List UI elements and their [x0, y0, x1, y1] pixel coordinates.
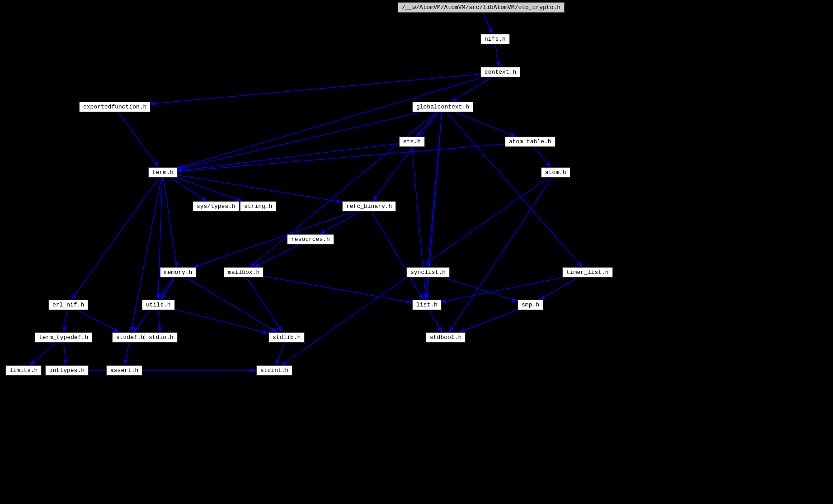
- svg-line-43: [64, 343, 66, 365]
- svg-line-19: [177, 178, 243, 201]
- node-nifs: nifs.h: [480, 34, 510, 44]
- svg-line-2: [495, 45, 499, 67]
- node-stdio: stdio.h: [145, 332, 178, 343]
- svg-line-33: [247, 278, 282, 332]
- node-mailbox: mailbox.h: [224, 267, 264, 278]
- node-otp_crypto: /__w/AtomVM/AtomVM/src/libAtomVM/otp_cry…: [398, 2, 565, 13]
- node-atom: atom.h: [541, 167, 570, 178]
- svg-line-18: [171, 178, 207, 201]
- node-exportedfunction: exportedfunction.h: [79, 102, 151, 112]
- svg-line-8: [177, 113, 419, 170]
- node-memory: memory.h: [160, 267, 196, 278]
- svg-line-28: [254, 245, 299, 267]
- node-term_typedef: term_typedef.h: [35, 332, 92, 343]
- svg-line-38: [64, 311, 67, 332]
- svg-line-25: [320, 212, 359, 234]
- svg-line-22: [72, 178, 159, 300]
- svg-line-44: [125, 343, 129, 365]
- node-inttypes: inttypes.h: [45, 365, 89, 376]
- node-smp: smp.h: [518, 300, 543, 310]
- node-resources: resources.h: [287, 234, 334, 245]
- svg-line-45: [276, 343, 284, 365]
- svg-line-4: [451, 78, 491, 102]
- svg-line-51: [118, 113, 159, 167]
- svg-line-3: [150, 74, 480, 104]
- node-globalcontext: globalcontext.h: [412, 102, 473, 112]
- svg-line-27: [372, 212, 424, 300]
- node-string: string.h: [240, 201, 276, 212]
- svg-line-21: [163, 178, 177, 267]
- svg-line-16: [177, 143, 399, 171]
- node-erl_nif: erl_nif.h: [48, 300, 88, 310]
- node-limits: limits.h: [5, 365, 42, 376]
- svg-line-35: [445, 278, 518, 301]
- node-utils: utils.h: [142, 300, 175, 310]
- svg-line-41: [174, 309, 268, 333]
- svg-line-36: [441, 278, 562, 302]
- svg-line-5: [177, 78, 482, 169]
- svg-line-20: [177, 175, 342, 202]
- node-stddef: stddef.h: [112, 332, 148, 343]
- svg-line-40: [158, 311, 160, 332]
- svg-line-12: [250, 113, 436, 267]
- node-timer_list: timer_list.h: [562, 267, 613, 278]
- node-stdint: stdint.h: [256, 365, 292, 376]
- node-assert: assert.h: [106, 365, 142, 376]
- svg-line-29: [161, 278, 174, 300]
- svg-line-48: [429, 311, 442, 332]
- node-refc_binary: refc_binary.h: [342, 201, 396, 212]
- svg-line-49: [459, 310, 518, 332]
- dependency-graph: [0, 0, 833, 504]
- node-list: list.h: [412, 300, 442, 310]
- node-term: term.h: [148, 167, 178, 178]
- svg-line-39: [78, 311, 119, 332]
- svg-line-23: [158, 178, 162, 300]
- node-stdbool: stdbool.h: [426, 332, 466, 343]
- node-sys_types: sys/types.h: [193, 201, 240, 212]
- node-stdlib: stdlib.h: [268, 332, 305, 343]
- svg-line-1: [483, 13, 492, 34]
- node-synclist: synclist.h: [406, 267, 450, 278]
- svg-line-14: [534, 147, 551, 167]
- svg-line-42: [30, 343, 56, 365]
- node-ets: ets.h: [399, 137, 425, 147]
- svg-line-7: [416, 113, 438, 137]
- node-context: context.h: [480, 67, 520, 77]
- node-atom_table: atom_table.h: [505, 137, 555, 147]
